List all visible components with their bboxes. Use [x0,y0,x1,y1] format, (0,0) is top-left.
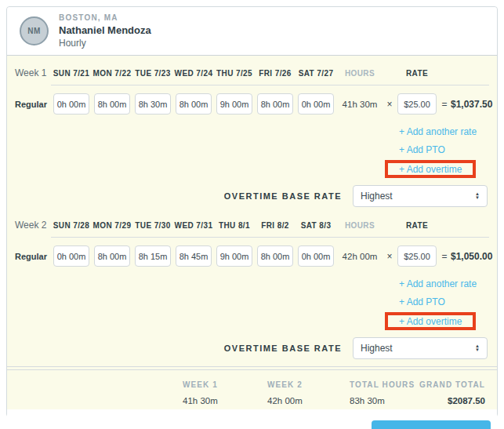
time-input-fri[interactable] [257,93,293,115]
time-input-tue[interactable] [135,245,171,267]
summary-total-hours-label: TOTAL HOURS [350,380,419,389]
week2-regular-row: Regular 42h 00m × = $1,050.00 [15,245,489,267]
week-total-hours: 41h 30m [336,100,383,109]
time-input-sat[interactable] [298,245,334,267]
time-input-fri[interactable] [257,245,293,267]
time-input-sun[interactable] [53,93,89,115]
summary-grand-total: GRAND TOTAL $2087.50 [419,380,485,398]
summary-week2-label: WEEK 2 [267,380,350,389]
summary-week2: WEEK 2 42h 00m [267,380,350,398]
week2-section: Week 2 SUN 7/28 MON 7/29 TUE 7/30 WED 7/… [15,208,489,360]
time-input-sun[interactable] [53,245,89,267]
timesheet-card: NM BOSTON, MA Nathaniel Mendoza Hourly W… [6,6,498,417]
day-header: SAT 8/3 [296,221,336,230]
summary-week2-value: 42h 00m [267,396,350,405]
summary-total-hours-value: 83h 30m [350,396,419,405]
overtime-base-rate-label: OVERTIME BASE RATE [224,344,342,353]
employee-pay-type: Hourly [59,38,151,49]
day-header: TUE 7/30 [132,221,173,230]
rate-column-header: RATE [396,221,438,230]
cancel-button[interactable]: CANCEL [295,423,356,429]
day-header: SAT 7/27 [296,69,336,78]
day-header: SUN 7/21 [51,69,92,78]
overtime-base-rate-value: Highest [361,191,393,202]
annotation-highlight-box: + Add overtime [385,312,476,330]
week1-regular-row: Regular 41h 30m × = $1,037.50 [15,93,489,115]
add-overtime-link[interactable]: + Add overtime [399,164,462,175]
annotation-highlight-box: + Add overtime [385,160,476,178]
time-input-mon[interactable] [94,93,130,115]
week-total-hours: 42h 00m [336,252,383,261]
day-header: MON 7/22 [92,69,132,78]
employee-header: NM BOSTON, MA Nathaniel Mendoza Hourly [7,7,497,56]
overtime-base-rate-select[interactable]: Highest ▲▼ [353,337,488,359]
employee-info: BOSTON, MA Nathaniel Mendoza Hourly [59,13,151,49]
day-header: WED 7/31 [173,221,214,230]
week2-header-row: Week 2 SUN 7/28 MON 7/29 TUE 7/30 WED 7/… [15,220,489,231]
employee-location: BOSTON, MA [59,13,151,22]
add-pto-link[interactable]: + Add PTO [399,296,445,307]
time-input-mon[interactable] [94,245,130,267]
summary-total-hours: TOTAL HOURS 83h 30m [350,380,419,398]
divider [51,85,489,85]
select-stepper-icon: ▲▼ [475,192,480,200]
overtime-base-rate-select[interactable]: Highest ▲▼ [353,185,488,207]
divider [51,237,489,238]
day-header: SUN 7/28 [51,221,92,230]
hours-column-header: HOURS [336,69,383,78]
employee-name: Nathaniel Mendoza [59,24,151,36]
multiply-symbol: × [383,251,396,262]
summary-week1: WEEK 1 41h 30m [183,380,267,398]
equals-symbol: = [438,99,451,110]
summary-grand-total-label: GRAND TOTAL [419,380,485,389]
add-another-rate-link[interactable]: + Add another rate [399,278,477,289]
multiply-symbol: × [383,99,396,110]
add-overtime-link[interactable]: + Add overtime [399,316,462,327]
week-label: Week 1 [15,67,51,78]
week2-links: + Add another rate + Add PTO + Add overt… [15,276,489,330]
overtime-base-rate-label: OVERTIME BASE RATE [224,191,342,201]
add-pto-link[interactable]: + Add PTO [399,144,445,155]
day-header: WED 7/24 [173,69,214,78]
timesheet-body: Week 1 SUN 7/21 MON 7/22 TUE 7/23 WED 7/… [7,56,497,367]
time-input-sat[interactable] [298,93,334,115]
day-header: FRI 7/26 [255,69,296,78]
week1-overtime-base-rate-row: OVERTIME BASE RATE Highest ▲▼ [15,184,489,208]
day-header: THU 8/1 [214,221,255,230]
day-header: TUE 7/23 [132,69,173,78]
summary-week1-value: 41h 30m [183,396,267,405]
rate-input[interactable] [397,245,437,267]
select-stepper-icon: ▲▼ [475,344,480,352]
summary-grand-total-value: $2087.50 [419,396,485,405]
week1-header-row: Week 1 SUN 7/21 MON 7/22 TUE 7/23 WED 7/… [15,67,489,78]
avatar-initials: NM [27,27,41,35]
time-input-wed[interactable] [176,93,212,115]
equals-symbol: = [438,251,451,262]
day-header: MON 7/29 [92,221,132,230]
approve-button[interactable]: APPROVE [372,420,491,429]
time-input-thu[interactable] [216,93,252,115]
week1-section: Week 1 SUN 7/21 MON 7/22 TUE 7/23 WED 7/… [15,56,489,208]
rate-column-header: RATE [396,69,438,78]
week-label: Week 2 [15,220,51,231]
week-amount: $1,050.00 [451,251,489,262]
day-header: THU 7/25 [214,69,255,78]
summary-bar: WEEK 1 41h 30m WEEK 2 42h 00m TOTAL HOUR… [7,369,497,409]
avatar: NM [20,16,49,45]
row-label: Regular [15,100,51,109]
hours-column-header: HOURS [336,221,383,230]
week2-overtime-base-rate-row: OVERTIME BASE RATE Highest ▲▼ [15,336,489,360]
week1-links: + Add another rate + Add PTO + Add overt… [15,124,489,178]
row-label: Regular [15,252,51,261]
action-footer: CANCEL APPROVE [7,409,497,429]
time-input-thu[interactable] [216,245,252,267]
add-another-rate-link[interactable]: + Add another rate [399,126,477,137]
week-amount: $1,037.50 [451,99,489,110]
summary-week1-label: WEEK 1 [183,380,267,389]
time-input-wed[interactable] [176,245,212,267]
overtime-base-rate-value: Highest [361,343,393,354]
day-header: FRI 8/2 [255,221,296,230]
rate-input[interactable] [397,93,437,115]
time-input-tue[interactable] [135,93,171,115]
